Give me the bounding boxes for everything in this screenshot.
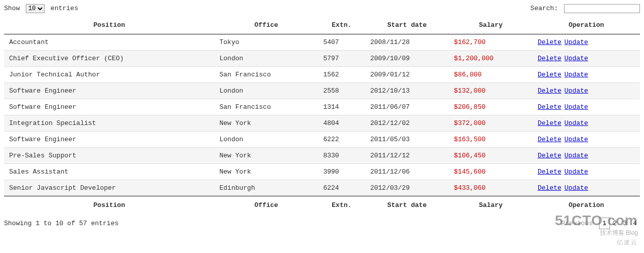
cell-extn: 1314 (318, 99, 365, 115)
cell-position: Accountant (4, 34, 215, 51)
foot-position: Position (4, 196, 215, 215)
cell-operation: DeleteUpdate (533, 34, 640, 51)
watermark-sub: 技术博客 Blog (555, 229, 638, 233)
col-start-date[interactable]: Start date (365, 16, 449, 34)
data-table: Position Office Extn. Start date Salary … (4, 16, 640, 214)
page-number[interactable]: 1 (599, 218, 610, 229)
cell-office: New York (215, 148, 318, 164)
update-link[interactable]: Update (565, 136, 588, 143)
col-extn[interactable]: Extn. (318, 16, 365, 34)
cell-office: London (215, 132, 318, 148)
update-link[interactable]: Update (565, 71, 588, 78)
col-operation[interactable]: Operation (533, 16, 640, 34)
cell-office: San Francisco (215, 67, 318, 83)
col-office[interactable]: Office (215, 16, 318, 34)
cell-operation: DeleteUpdate (533, 83, 640, 99)
cell-extn: 8330 (318, 148, 365, 164)
table-row: Sales AssistantNew York39902011/12/06$14… (4, 164, 640, 180)
delete-link[interactable]: Delete (538, 152, 561, 159)
show-label-before: Show (4, 5, 20, 12)
cell-start-date: 2009/01/12 (365, 67, 449, 83)
cell-salary: $163,500 (449, 132, 533, 148)
update-link[interactable]: Update (565, 184, 588, 192)
cell-position: Chief Executive Officer (CEO) (4, 51, 215, 67)
datatable-top-bar: Show 10 entries Search: (4, 4, 640, 13)
update-link[interactable]: Update (565, 152, 588, 159)
cell-salary: $206,850 (449, 99, 533, 115)
cell-operation: DeleteUpdate (533, 51, 640, 67)
table-row: Software EngineerLondon25582012/10/13$13… (4, 83, 640, 99)
page-size-select[interactable]: 10 (26, 4, 45, 13)
cell-extn: 1562 (318, 67, 365, 83)
page-previous[interactable]: Previous (557, 218, 596, 229)
length-control: Show 10 entries (4, 4, 78, 13)
delete-link[interactable]: Delete (538, 55, 561, 62)
cell-operation: DeleteUpdate (533, 164, 640, 180)
cell-extn: 5797 (318, 51, 365, 67)
delete-link[interactable]: Delete (538, 103, 561, 111)
cell-salary: $106,450 (449, 148, 533, 164)
update-link[interactable]: Update (565, 87, 588, 95)
cell-office: Edinburgh (215, 180, 318, 196)
update-link[interactable]: Update (565, 119, 588, 127)
cell-salary: $86,000 (449, 67, 533, 83)
cell-start-date: 2012/12/02 (365, 115, 449, 132)
delete-link[interactable]: Delete (538, 168, 561, 176)
page-number[interactable]: 4 (630, 218, 640, 229)
update-link[interactable]: Update (565, 38, 588, 46)
cell-office: New York (215, 164, 318, 180)
cell-extn: 4804 (318, 115, 365, 132)
cell-office: London (215, 83, 318, 99)
table-row: Senior Javascript DeveloperEdinburgh6224… (4, 180, 640, 196)
cell-salary: $372,000 (449, 115, 533, 132)
page-number[interactable]: 3 (620, 218, 630, 229)
foot-salary: Salary (449, 196, 533, 215)
cell-office: Tokyo (215, 34, 318, 51)
cell-operation: DeleteUpdate (533, 180, 640, 196)
cell-operation: DeleteUpdate (533, 148, 640, 164)
delete-link[interactable]: Delete (538, 71, 561, 78)
search-input[interactable] (564, 4, 640, 13)
delete-link[interactable]: Delete (538, 119, 561, 127)
cell-salary: $1,200,000 (449, 51, 533, 67)
table-row: Software EngineerLondon62222011/05/03$16… (4, 132, 640, 148)
info-text: Showing 1 to 10 of 57 entries (4, 220, 118, 227)
datatable-bottom-bar: Showing 1 to 10 of 57 entries Previous 1… (4, 218, 640, 229)
col-salary[interactable]: Salary (449, 16, 533, 34)
cell-office: London (215, 51, 318, 67)
table-row: Software EngineerSan Francisco13142011/0… (4, 99, 640, 115)
delete-link[interactable]: Delete (538, 87, 561, 95)
cell-extn: 2558 (318, 83, 365, 99)
cell-extn: 6224 (318, 180, 365, 196)
update-link[interactable]: Update (565, 55, 588, 62)
update-link[interactable]: Update (565, 168, 588, 176)
cell-start-date: 2011/05/03 (365, 132, 449, 148)
cell-position: Integration Specialist (4, 115, 215, 132)
table-row: Pre-Sales SupportNew York83302011/12/12$… (4, 148, 640, 164)
table-header-row: Position Office Extn. Start date Salary … (4, 16, 640, 34)
cell-start-date: 2008/11/28 (365, 34, 449, 51)
page-number[interactable]: 2 (610, 218, 620, 229)
cell-operation: DeleteUpdate (533, 99, 640, 115)
col-position[interactable]: Position (4, 16, 215, 34)
table-row: AccountantTokyo54072008/11/28$162,700Del… (4, 34, 640, 51)
table-row: Junior Technical AuthorSan Francisco1562… (4, 67, 640, 83)
cell-extn: 3990 (318, 164, 365, 180)
search-control: Search: (531, 4, 640, 13)
cell-start-date: 2011/06/07 (365, 99, 449, 115)
delete-link[interactable]: Delete (538, 184, 561, 192)
cell-extn: 5407 (318, 34, 365, 51)
cell-position: Software Engineer (4, 132, 215, 148)
cell-position: Pre-Sales Support (4, 148, 215, 164)
delete-link[interactable]: Delete (538, 136, 561, 143)
cell-office: San Francisco (215, 99, 318, 115)
search-label: Search: (531, 5, 558, 12)
cell-operation: DeleteUpdate (533, 67, 640, 83)
delete-link[interactable]: Delete (538, 38, 561, 46)
cell-salary: $162,700 (449, 34, 533, 51)
table-row: Chief Executive Officer (CEO)London57972… (4, 51, 640, 67)
cell-start-date: 2011/12/06 (365, 164, 449, 180)
cell-operation: DeleteUpdate (533, 115, 640, 132)
foot-start-date: Start date (365, 196, 449, 215)
update-link[interactable]: Update (565, 103, 588, 111)
